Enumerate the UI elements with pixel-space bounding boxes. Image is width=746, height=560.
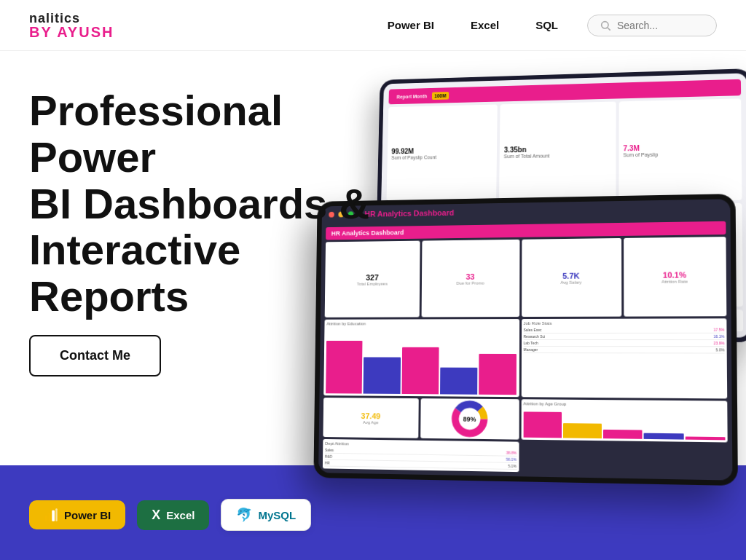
search-icon [600,20,611,31]
badge-excel-label: Excel [166,509,195,521]
search-input[interactable] [617,20,704,31]
badge-excel[interactable]: X Excel [137,500,209,530]
hr-dashboard-content: HR Analytics Dashboard 327 Total Employe… [318,217,732,481]
tablet-front-screen: HR Analytics Dashboard HR Analytics Dash… [318,199,732,480]
contact-me-button[interactable]: Contact Me [29,335,161,376]
mysql-dolphin-icon: 🐬 [236,507,252,523]
powerbi-icon [44,508,58,522]
hr-donut-chart: 89% [420,398,519,440]
hero-title: Professional Power BI Dashboards & Inter… [29,87,379,320]
badge-mysql[interactable]: 🐬 MySQL [221,499,311,531]
hr-dashboard: HR Analytics Dashboard HR Analytics Dash… [318,199,732,480]
logo-analytics-text: nalitics [29,12,114,25]
badge-row: Power BI X Excel 🐬 MySQL [29,499,311,531]
hr-table-1: Job Role Stats Sales Exec17.5% Research … [521,318,727,398]
search-box[interactable] [587,15,717,36]
hero-text-block: Professional Power BI Dashboards & Inter… [29,87,379,342]
nav-links: Power BI Excel SQL [388,19,558,31]
hr-kpi-2: 33 Due for Promo [422,240,519,318]
nav-powerbi[interactable]: Power BI [388,19,434,31]
badge-powerbi-label: Power BI [64,509,111,521]
nav-sql[interactable]: SQL [535,19,558,31]
svg-point-0 [602,21,608,28]
svg-line-1 [608,28,610,31]
badge-powerbi[interactable]: Power BI [29,500,125,529]
logo-byayush-text: BY AYUSH [29,25,114,39]
hr-kpi-3: 5.7K Avg Salary [522,238,621,317]
hr-area-chart: Attrition by Age Group [521,399,728,442]
mini-kpi-1: 99.92M Sum of Payslip Count [386,104,498,200]
mini-kpi-2: 3.35bn Sum of Total Amount [499,101,616,200]
stat-kpi-1: Report Month [394,92,430,100]
svg-rect-5 [55,508,58,521]
excel-icon: X [152,508,160,523]
svg-rect-4 [52,510,55,521]
badge-mysql-label: MySQL [258,509,296,521]
hero-section: Professional Power BI Dashboards & Inter… [0,51,746,560]
hr-kpi-attrition: 10.1% Attrition Rate [624,237,726,317]
svg-text:89%: 89% [463,415,476,422]
hr-kpi-age: 37.49 Avg Age [323,398,419,438]
nav-excel[interactable]: Excel [471,19,499,31]
stat-kpi-val-1: 100M [431,92,449,100]
svg-rect-3 [48,513,51,521]
mini-kpi-3: 7.3M Sum of Payslip [619,98,742,200]
logo[interactable]: nalitics BY AYUSH [29,12,114,39]
svg-rect-2 [44,516,47,521]
navbar: nalitics BY AYUSH Power BI Excel SQL [0,0,746,51]
hr-table-2: Dept Attrition Sales38.8% R&D56.1% HR5.1… [323,439,519,472]
